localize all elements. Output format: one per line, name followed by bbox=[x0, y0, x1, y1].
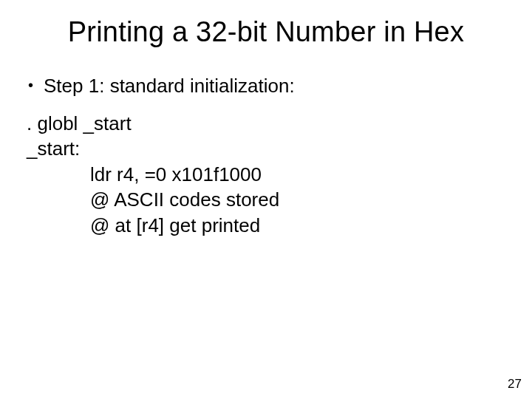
slide-title: Printing a 32-bit Number in Hex bbox=[0, 16, 532, 48]
code-line-5: @ at [r4] get printed bbox=[90, 214, 505, 238]
code-line-2: _start: bbox=[27, 137, 505, 161]
bullet-text: Step 1: standard initialization: bbox=[44, 74, 295, 98]
code-line-4: @ ASCII codes stored bbox=[90, 188, 505, 212]
code-line-1: . globl _start bbox=[27, 112, 505, 136]
slide: Printing a 32-bit Number in Hex • Step 1… bbox=[0, 0, 532, 399]
page-number: 27 bbox=[508, 377, 522, 392]
code-line-3: ldr r4, =0 x101f1000 bbox=[90, 163, 505, 187]
bullet-dot-icon: • bbox=[28, 74, 33, 96]
slide-body: • Step 1: standard initialization: . glo… bbox=[27, 74, 505, 239]
bullet-item: • Step 1: standard initialization: bbox=[27, 74, 505, 98]
